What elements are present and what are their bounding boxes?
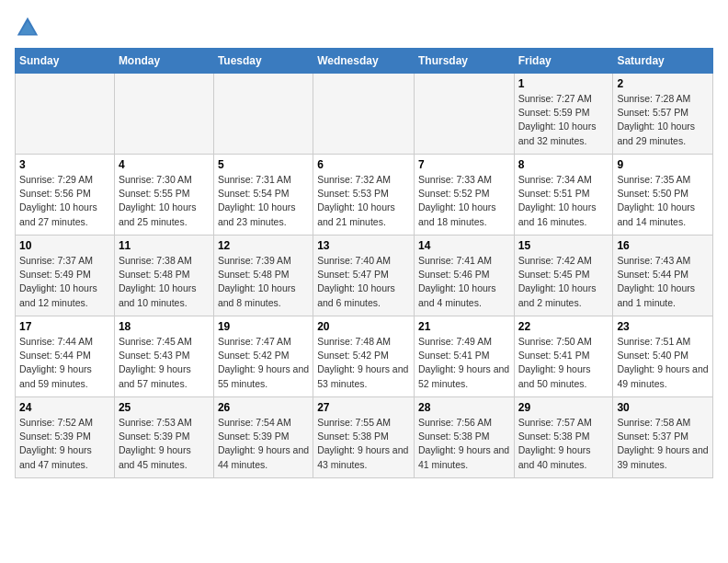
day-info: Sunrise: 7:52 AMSunset: 5:39 PMDaylight:… xyxy=(19,416,110,472)
calendar-cell: 23Sunrise: 7:51 AMSunset: 5:40 PMDayligh… xyxy=(613,316,713,397)
column-header-thursday: Thursday xyxy=(414,49,514,74)
column-header-sunday: Sunday xyxy=(16,49,115,74)
day-number: 16 xyxy=(617,239,709,252)
calendar-cell: 14Sunrise: 7:41 AMSunset: 5:46 PMDayligh… xyxy=(414,236,514,316)
calendar-cell: 2Sunrise: 7:28 AMSunset: 5:57 PMDaylight… xyxy=(613,74,713,155)
calendar-cell: 7Sunrise: 7:33 AMSunset: 5:52 PMDaylight… xyxy=(414,155,514,236)
calendar-cell: 18Sunrise: 7:45 AMSunset: 5:43 PMDayligh… xyxy=(114,316,213,397)
calendar-cell: 28Sunrise: 7:56 AMSunset: 5:38 PMDayligh… xyxy=(414,397,514,478)
calendar-cell: 9Sunrise: 7:35 AMSunset: 5:50 PMDaylight… xyxy=(613,155,713,236)
calendar-week-1: 1Sunrise: 7:27 AMSunset: 5:59 PMDaylight… xyxy=(16,74,713,155)
day-number: 2 xyxy=(617,77,709,90)
day-info: Sunrise: 7:49 AMSunset: 5:41 PMDaylight:… xyxy=(418,335,510,391)
column-header-monday: Monday xyxy=(114,49,213,74)
calendar-cell: 26Sunrise: 7:54 AMSunset: 5:39 PMDayligh… xyxy=(213,397,313,478)
day-number: 4 xyxy=(119,158,210,171)
day-info: Sunrise: 7:27 AMSunset: 5:59 PMDaylight:… xyxy=(518,92,609,148)
day-info: Sunrise: 7:54 AMSunset: 5:39 PMDaylight:… xyxy=(218,416,309,472)
day-number: 6 xyxy=(317,158,410,171)
calendar-header-row: SundayMondayTuesdayWednesdayThursdayFrid… xyxy=(16,49,713,74)
day-number: 1 xyxy=(518,77,609,90)
day-number: 7 xyxy=(418,158,510,171)
day-number: 25 xyxy=(119,401,210,414)
day-number: 21 xyxy=(418,320,510,333)
day-info: Sunrise: 7:55 AMSunset: 5:38 PMDaylight:… xyxy=(317,416,410,472)
day-number: 11 xyxy=(119,239,210,252)
calendar-week-3: 10Sunrise: 7:37 AMSunset: 5:49 PMDayligh… xyxy=(16,236,713,316)
column-header-friday: Friday xyxy=(514,49,613,74)
logo xyxy=(15,15,44,40)
calendar-cell: 8Sunrise: 7:34 AMSunset: 5:51 PMDaylight… xyxy=(514,155,613,236)
day-number: 27 xyxy=(317,401,410,414)
calendar-cell: 30Sunrise: 7:58 AMSunset: 5:37 PMDayligh… xyxy=(613,397,713,478)
calendar-cell: 11Sunrise: 7:38 AMSunset: 5:48 PMDayligh… xyxy=(114,236,213,316)
calendar-cell: 17Sunrise: 7:44 AMSunset: 5:44 PMDayligh… xyxy=(16,316,115,397)
calendar-cell: 5Sunrise: 7:31 AMSunset: 5:54 PMDaylight… xyxy=(213,155,313,236)
day-info: Sunrise: 7:35 AMSunset: 5:50 PMDaylight:… xyxy=(617,173,709,229)
day-info: Sunrise: 7:38 AMSunset: 5:48 PMDaylight:… xyxy=(119,254,210,310)
calendar-cell: 20Sunrise: 7:48 AMSunset: 5:42 PMDayligh… xyxy=(313,316,415,397)
day-info: Sunrise: 7:34 AMSunset: 5:51 PMDaylight:… xyxy=(518,173,609,229)
day-number: 26 xyxy=(218,401,309,414)
day-number: 30 xyxy=(617,401,709,414)
day-number: 3 xyxy=(19,158,110,171)
day-info: Sunrise: 7:42 AMSunset: 5:45 PMDaylight:… xyxy=(518,254,609,310)
day-number: 15 xyxy=(518,239,609,252)
day-number: 13 xyxy=(317,239,410,252)
day-number: 24 xyxy=(19,401,110,414)
day-number: 23 xyxy=(617,320,709,333)
logo-icon xyxy=(15,15,40,40)
day-info: Sunrise: 7:53 AMSunset: 5:39 PMDaylight:… xyxy=(119,416,210,472)
day-number: 8 xyxy=(518,158,609,171)
day-info: Sunrise: 7:56 AMSunset: 5:38 PMDaylight:… xyxy=(418,416,510,472)
day-info: Sunrise: 7:44 AMSunset: 5:44 PMDaylight:… xyxy=(19,335,110,391)
day-info: Sunrise: 7:45 AMSunset: 5:43 PMDaylight:… xyxy=(119,335,210,391)
day-info: Sunrise: 7:58 AMSunset: 5:37 PMDaylight:… xyxy=(617,416,709,472)
calendar-cell: 24Sunrise: 7:52 AMSunset: 5:39 PMDayligh… xyxy=(16,397,115,478)
day-info: Sunrise: 7:48 AMSunset: 5:42 PMDaylight:… xyxy=(317,335,410,391)
day-info: Sunrise: 7:39 AMSunset: 5:48 PMDaylight:… xyxy=(218,254,309,310)
calendar-cell: 13Sunrise: 7:40 AMSunset: 5:47 PMDayligh… xyxy=(313,236,415,316)
calendar-cell: 29Sunrise: 7:57 AMSunset: 5:38 PMDayligh… xyxy=(514,397,613,478)
calendar-cell: 12Sunrise: 7:39 AMSunset: 5:48 PMDayligh… xyxy=(213,236,313,316)
calendar-cell xyxy=(313,74,415,155)
calendar-week-5: 24Sunrise: 7:52 AMSunset: 5:39 PMDayligh… xyxy=(16,397,713,478)
day-number: 5 xyxy=(218,158,309,171)
calendar-cell: 10Sunrise: 7:37 AMSunset: 5:49 PMDayligh… xyxy=(16,236,115,316)
day-number: 9 xyxy=(617,158,709,171)
day-info: Sunrise: 7:41 AMSunset: 5:46 PMDaylight:… xyxy=(418,254,510,310)
day-info: Sunrise: 7:51 AMSunset: 5:40 PMDaylight:… xyxy=(617,335,709,391)
calendar-cell: 15Sunrise: 7:42 AMSunset: 5:45 PMDayligh… xyxy=(514,236,613,316)
day-info: Sunrise: 7:33 AMSunset: 5:52 PMDaylight:… xyxy=(418,173,510,229)
day-number: 28 xyxy=(418,401,510,414)
calendar-cell: 21Sunrise: 7:49 AMSunset: 5:41 PMDayligh… xyxy=(414,316,514,397)
calendar-cell: 3Sunrise: 7:29 AMSunset: 5:56 PMDaylight… xyxy=(16,155,115,236)
day-number: 20 xyxy=(317,320,410,333)
page-header xyxy=(15,15,713,40)
day-info: Sunrise: 7:32 AMSunset: 5:53 PMDaylight:… xyxy=(317,173,410,229)
day-info: Sunrise: 7:37 AMSunset: 5:49 PMDaylight:… xyxy=(19,254,110,310)
day-number: 18 xyxy=(119,320,210,333)
calendar-table: SundayMondayTuesdayWednesdayThursdayFrid… xyxy=(15,48,713,478)
calendar-cell xyxy=(114,74,213,155)
day-number: 12 xyxy=(218,239,309,252)
day-info: Sunrise: 7:50 AMSunset: 5:41 PMDaylight:… xyxy=(518,335,609,391)
calendar-cell: 6Sunrise: 7:32 AMSunset: 5:53 PMDaylight… xyxy=(313,155,415,236)
day-number: 29 xyxy=(518,401,609,414)
calendar-cell: 22Sunrise: 7:50 AMSunset: 5:41 PMDayligh… xyxy=(514,316,613,397)
day-info: Sunrise: 7:30 AMSunset: 5:55 PMDaylight:… xyxy=(119,173,210,229)
day-info: Sunrise: 7:40 AMSunset: 5:47 PMDaylight:… xyxy=(317,254,410,310)
calendar-cell xyxy=(16,74,115,155)
column-header-wednesday: Wednesday xyxy=(313,49,415,74)
calendar-cell: 4Sunrise: 7:30 AMSunset: 5:55 PMDaylight… xyxy=(114,155,213,236)
calendar-week-4: 17Sunrise: 7:44 AMSunset: 5:44 PMDayligh… xyxy=(16,316,713,397)
day-info: Sunrise: 7:57 AMSunset: 5:38 PMDaylight:… xyxy=(518,416,609,472)
day-info: Sunrise: 7:29 AMSunset: 5:56 PMDaylight:… xyxy=(19,173,110,229)
day-info: Sunrise: 7:31 AMSunset: 5:54 PMDaylight:… xyxy=(218,173,309,229)
column-header-tuesday: Tuesday xyxy=(213,49,313,74)
day-number: 17 xyxy=(19,320,110,333)
calendar-cell: 19Sunrise: 7:47 AMSunset: 5:42 PMDayligh… xyxy=(213,316,313,397)
day-info: Sunrise: 7:43 AMSunset: 5:44 PMDaylight:… xyxy=(617,254,709,310)
column-header-saturday: Saturday xyxy=(613,49,713,74)
calendar-cell: 16Sunrise: 7:43 AMSunset: 5:44 PMDayligh… xyxy=(613,236,713,316)
